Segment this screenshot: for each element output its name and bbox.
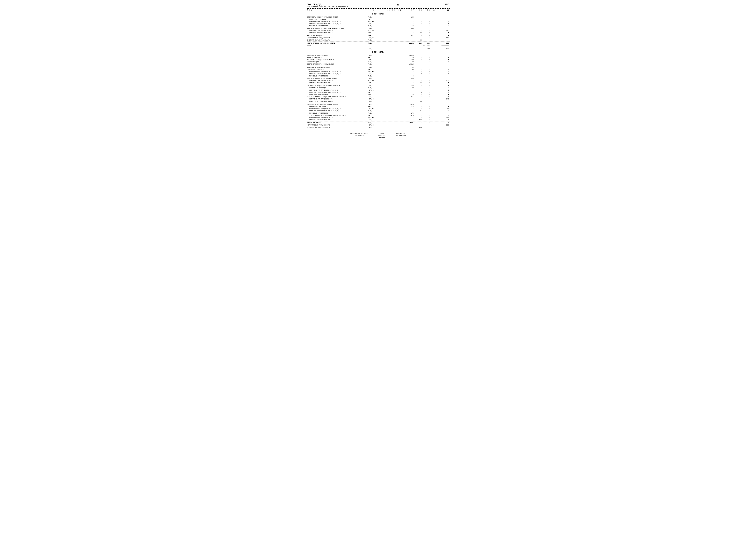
table-row: ВСЕГО,СТОИМОСТЬ МЕТАЛЛОМОНТАЖНЫХ РАБОТ •… (307, 114, 450, 117)
table-row: СМЕТНАЯ ЗАРАБОТНАЯ ПЛАТА В Н,Р, •РУБ,•5•… (307, 91, 450, 93)
itogo-pryamie-row3: РУБ, 122 158 (307, 48, 450, 50)
itogo-smete-table: ИТОГО ПО СМЕТЕРУБ,12921•••НОРМАТИВНАЯ ТР… (307, 122, 450, 128)
table-row: СТОИМОСТЬ МОНТАЖНЫХ РАБОТ •РУБ,65••• (307, 66, 450, 68)
table-row: СМЕТНАЯ ЗАРАБОТНАЯ ПЛАТА •РУБ,•66•• (307, 82, 450, 84)
table-row: СМЕТНАЯ ЗАРАБОТНАЯ ПЛАТА •РУБ,•84•• (307, 39, 450, 41)
table-row: НОРМАТИВНАЯ ТРУДОЕМКОСТЬ В Н,Р, •ЧЕЛ,•Ч•… (307, 20, 450, 23)
nachalnik-label: Начальник отдела (350, 132, 368, 134)
header-center: 40 (396, 3, 399, 6)
table-row: НАКЛАДНЫЕ РАСХОДЫ •РУБ,27••• (307, 18, 450, 20)
table-row: ПЛАНОВЫЕ НАКОПЛЕНИЯ •РУБ,9••• (307, 75, 450, 77)
montazh-table: СТОИМОСТЬ МОНТАЖНЫХ РАБОТ •РУБ,65•••НАКЛ… (307, 66, 450, 84)
footer-area: Начальник отдела Составил ＭＭ Ковалев Баш… (307, 132, 450, 139)
table-row: ЗАГОТОВ,-СКЛАДСКИЕ РАСХОДЫ •РУБ,120••• (307, 58, 450, 61)
signature-block-sig: ＭＭ Ковалев Башеев (379, 132, 386, 139)
table-row: ИТОГО ПО СМЕТЕРУБ,12921••• (307, 122, 450, 124)
table-row: ВСЕГО,СТОИМОСТЬ ОБОРУДОВАНИЯ •РУБ,10218•… (307, 63, 450, 65)
signature-block-left: Начальник отдела Составил (350, 132, 368, 139)
table-row: СТОИМОСТЬ ОБЩЕСТРОИТЕЛЬНЫХ РАБОТ •РУБ,16… (307, 16, 450, 18)
sep4 (307, 129, 450, 129)
section1-title: В ТОМ ЧИСЛЕ: (307, 13, 450, 15)
table-row: НОРМАТИВНАЯ ТРУДОЕМКОСТЬ •ЧЕЛ,•Ч•••300 (307, 124, 450, 126)
table-row: НОРМАТИВНАЯ ТРУДОЕМКОСТЬ •ЧЕЛ,•Ч•••180 (307, 79, 450, 82)
obstroit2-table: СТОИМОСТЬ ОБЩЕСТРОИТЕЛЬНЫХ РАБОТ •РУБ,16… (307, 85, 450, 102)
section1-table: СТОИМОСТЬ ОБЩЕСТРОИТЕЛЬНЫХ РАБОТ •РУБ,16… (307, 16, 450, 34)
table-row: ВСЕГО,СТОИМОСТЬ МОНТАЖНЫХ РАБОТ •РУБ,118… (307, 77, 450, 79)
sig-line: ＭＭ (379, 132, 386, 135)
table-row: СМЕТНАЯ ЗАРАБОТНАЯ ПЛАТА •РУБ,•84•• (307, 32, 450, 34)
table-row: СМЕТНАЯ ЗАРАБОТНАЯ ПЛАТА В Н,Р, •РУБ,•5•… (307, 23, 450, 25)
table-row: НОРМАТИВНАЯ ТРУДОЕМКОСТЬ В Н,Р, •ЧЕЛ,•Ч•… (307, 71, 450, 73)
table-row: НАКЛАДНЫЕ РАСХОДЫ •РУБ,27••• (307, 87, 450, 89)
itogo-pryamie-table: ИТОГО ПРЯМЫЕ ЗАТРАТЫ ПО СМЕТЕ РУБ, 12281… (307, 42, 450, 50)
signature-block-right: Косирева Филиппова (396, 132, 406, 139)
table-row: НОРМАТИВНАЯ ТРУДОЕМКОСТЬ В Н,Р, •ЧЕЛ,•Ч•… (307, 108, 450, 110)
section2-title: В ТОМ ЧИСЛЕ: (307, 51, 450, 53)
sep1 (307, 34, 450, 34)
sig-name2: Башеев (379, 137, 386, 139)
table-row: НАКЛАДНЫЕ РАСХОДЫ •РУБ,44••• (307, 68, 450, 71)
table-row: СМЕТНАЯ ЗАРАБОТНАЯ ПЛАТА В Н,Р, •РУБ,•8•… (307, 73, 450, 75)
metallomontazh-table: СТОИМОСТЬ МЕТАЛЛОМОНТАЖНЫХ РАБОТ •РУБ,20… (307, 103, 450, 121)
top-separator (307, 8, 450, 9)
table-row: ПЛАНОВЫЕ НАКОПЛЕНИЯ •РУБ,16••• (307, 25, 450, 27)
itogo4-table: ИТОГО ПО РАЗДЕЛУ 4РУБ,211•••НОРМАТИВНАЯ … (307, 35, 450, 41)
table-row: СМЕТНАЯ ЗАРАБОТНАЯ ПЛАТА В Н,Р, •РУБ,•31… (307, 110, 450, 112)
signature2: Филиппова (396, 134, 406, 136)
col-separator (307, 12, 450, 12)
table-row: ВСЕГО,СТОИМОСТЬ ОБЩЕСТРОИТЕЛЬНЫХ РАБОТ •… (307, 96, 450, 98)
itogo-pryamie-row1: ИТОГО ПРЯМЫЕ ЗАТРАТЫ ПО СМЕТЕ РУБ, 12281… (307, 42, 450, 44)
table-row: СМЕТНАЯ ЗАРАБОТНАЯ ПЛАТА •РУБ,•394•• (307, 126, 450, 128)
header-right: 16317 (443, 3, 449, 6)
header-left: 79-9-77.87(ū) ПРОГРАММНЫЙ КОМПЛЕКС АВС-З… (307, 3, 353, 8)
signature1: Косирева (396, 132, 406, 134)
table-row: ПЛАНОВЫЕ НАКОПЛЕНИЯ •РУБ,16••• (307, 93, 450, 96)
table-row: НОРМАТИВНАЯ ТРУДОЕМКОСТЬ •ЧЕЛ,•Ч•••335 (307, 117, 450, 119)
table-row: ТАРА И УПАКОВКА •РУБ,26••• (307, 56, 450, 58)
table-row: НОРМАТИВНАЯ ТРУДОЕМКОСТЬ •ЧЕЛ,•Ч•••145 (307, 37, 450, 39)
table-row: СМЕТНАЯ ЗАРАБОТНАЯ ПЛАТА •РУБ,•84•• (307, 100, 450, 102)
table-row: СМЕТНАЯ ЗАРАБОТНАЯ ПЛАТА •РУБ,•244•• (307, 119, 450, 121)
sig-name1: Ковалев (379, 135, 386, 137)
table-row: СТОИМОСТЬ ОБЩЕСТРОИТЕЛЬНЫХ РАБОТ •РУБ,16… (307, 85, 450, 87)
table-row: ПЛАНОВЫЕ НАКОПЛЕНИЯ •РУБ,170••• (307, 112, 450, 114)
table-row: НОРМАТИВНАЯ ТРУДОЕМКОСТЬ •ЧЕЛ,•Ч•••145 (307, 29, 450, 32)
table-row: СТОИМОСТЬ ОБОРУДОВАНИЯ •РУБ,10924••• (307, 54, 450, 56)
header-top: 79-9-77.87(ū) ПРОГРАММНЫЙ КОМПЛЕКС АВС-З… (307, 3, 450, 8)
sostavil-label: Составил (350, 134, 368, 136)
table-row: НАКЛАДНЫЕ РАСХОДЫ •РУБ,174••• (307, 105, 450, 108)
table-row: ИТОГО ПО РАЗДЕЛУ 4РУБ,211••• (307, 35, 450, 37)
table-row: НОРМАТИВНАЯ ТРУДОЕМКОСТЬ В Н,Р, •ЧЕЛ,•Ч•… (307, 89, 450, 91)
column-headers-table: § | 2 | 3 : 4 | 5 | 6 | 7 | 8 | 9 | 10 |… (307, 9, 450, 11)
table-row: НОРМАТИВНАЯ ТРУДОЕМКОСТЬ •ЧЕЛ,•Ч•••145 (307, 98, 450, 100)
itogo-pryamie-row2: •••м •--------••• -------- (307, 44, 450, 48)
table-row: ВСЕГО,СТОИМОСТЬ ОБЩЕСТРОИТЕЛЬНЫХ РАБОТ •… (307, 27, 450, 29)
table-row: СТОИМОСТЬ МЕТАЛЛОМОНТАЖНЫХ РАБОТ •РУБ,20… (307, 103, 450, 105)
oborud-table: СТОИМОСТЬ ОБОРУДОВАНИЯ •РУБ,10924•••ТАРА… (307, 54, 450, 65)
table-row: КОМПЛЕКТАЦИЯ •РУБ,48••• (307, 61, 450, 63)
